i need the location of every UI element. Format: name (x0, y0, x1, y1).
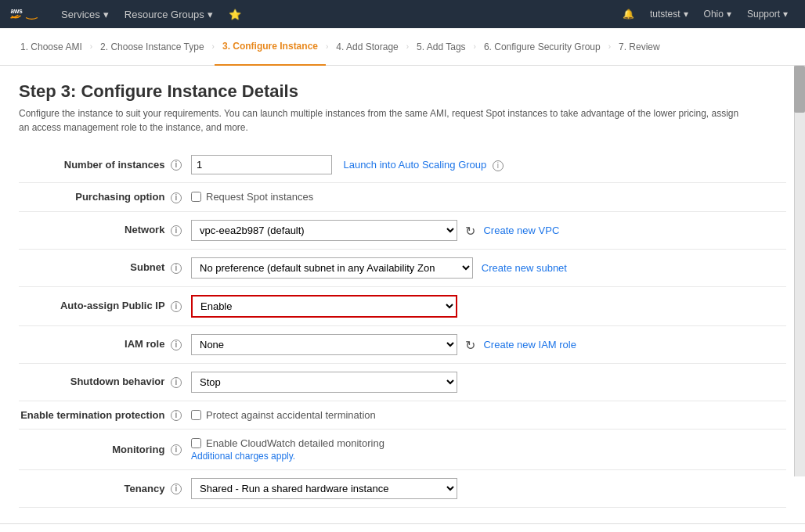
iam-role-label: IAM role (125, 338, 164, 350)
monitoring-info-icon[interactable]: i (171, 444, 182, 455)
subnet-info-icon[interactable]: i (171, 263, 182, 274)
network-info-icon[interactable]: i (171, 225, 182, 236)
create-new-subnet-link[interactable]: Create new subnet (482, 262, 567, 274)
config-form: Number of instances i Launch into Auto S… (19, 147, 786, 508)
row-shutdown-behavior: Shutdown behavior i Stop (19, 363, 786, 401)
subnet-label: Subnet (130, 261, 164, 273)
network-label: Network (125, 224, 164, 235)
step-4-add-storage[interactable]: 4. Add Storage (328, 41, 406, 52)
monitoring-label: Monitoring (112, 444, 164, 455)
iam-role-info-icon[interactable]: i (171, 340, 182, 350)
step-1-choose-ami[interactable]: 1. Choose AMI (13, 41, 90, 52)
network-select[interactable]: vpc-eea2b987 (default) (191, 220, 457, 241)
tenancy-label: Tenancy (125, 483, 165, 494)
notifications-icon[interactable]: 🔔 (615, 0, 642, 28)
resource-groups-menu[interactable]: Resource Groups ▾ (117, 0, 221, 28)
number-of-instances-input[interactable] (191, 155, 332, 174)
services-menu[interactable]: Services ▾ (53, 0, 117, 28)
create-new-vpc-link[interactable]: Create new VPC (483, 225, 559, 236)
svg-text:aws: aws (10, 8, 23, 15)
row-tenancy: Tenancy i Shared - Run a shared hardware… (19, 470, 786, 508)
row-monitoring: Monitoring i Enable CloudWatch detailed … (19, 430, 786, 470)
network-refresh-icon[interactable]: ↻ (465, 224, 475, 239)
termination-protection-checkbox-label: Protect against accidental termination (206, 409, 376, 421)
termination-info-icon[interactable]: i (171, 410, 182, 421)
top-navigation: aws Services ▾ Resource Groups ▾ ⭐ 🔔 tut… (0, 0, 805, 28)
step-3-configure-instance[interactable]: 3. Configure Instance (215, 28, 326, 66)
shutdown-info-icon[interactable]: i (171, 377, 182, 388)
step-5-add-tags[interactable]: 5. Add Tags (409, 41, 474, 52)
shutdown-label: Shutdown behavior (70, 376, 165, 387)
step-6-configure-security-group[interactable]: 6. Configure Security Group (476, 41, 608, 52)
row-auto-assign-ip: Auto-assign Public IP i Enable (19, 286, 786, 325)
support-menu[interactable]: Support ▾ (739, 0, 796, 28)
bottom-action-bar: Cancel Previous ➔ Review and Launch Next… (0, 523, 805, 532)
iam-role-select[interactable]: None (191, 334, 457, 355)
iam-role-refresh-icon[interactable]: ↻ (465, 338, 475, 353)
auto-scaling-info-icon[interactable]: i (493, 160, 504, 171)
tenancy-select[interactable]: Shared - Run a shared hardware instance (191, 478, 457, 499)
row-iam-role: IAM role i None ↻ Create new IAM role (19, 325, 786, 363)
row-number-of-instances: Number of instances i Launch into Auto S… (19, 147, 786, 183)
user-menu[interactable]: tutstest ▾ (642, 0, 696, 28)
main-content: Step 3: Configure Instance Details Confi… (0, 66, 805, 523)
launch-auto-scaling-link[interactable]: Launch into Auto Scaling Group (343, 159, 486, 171)
page-title: Step 3: Configure Instance Details (19, 81, 786, 102)
monitoring-checkbox[interactable] (191, 438, 201, 448)
scrollbar[interactable] (794, 66, 805, 476)
auto-assign-ip-info-icon[interactable]: i (171, 301, 182, 312)
row-purchasing-option: Purchasing option i Request Spot instanc… (19, 183, 786, 212)
row-termination-protection: Enable termination protection i Protect … (19, 401, 786, 430)
region-menu[interactable]: Ohio ▾ (696, 0, 739, 28)
purchasing-option-label: Purchasing option (75, 191, 164, 203)
row-network: Network i vpc-eea2b987 (default) ↻ Creat… (19, 211, 786, 249)
row-subnet: Subnet i No preference (default subnet i… (19, 249, 786, 286)
create-new-iam-link[interactable]: Create new IAM role (483, 339, 576, 350)
termination-protection-checkbox[interactable] (191, 410, 201, 420)
subnet-select[interactable]: No preference (default subnet in any Ava… (191, 257, 473, 279)
bookmark-icon[interactable]: ⭐ (221, 0, 249, 28)
request-spot-checkbox[interactable] (191, 192, 201, 202)
purchasing-option-info-icon[interactable]: i (171, 192, 182, 203)
number-of-instances-info-icon[interactable]: i (171, 160, 182, 171)
step-2-choose-instance-type[interactable]: 2. Choose Instance Type (92, 41, 212, 52)
wizard-steps: 1. Choose AMI › 2. Choose Instance Type … (0, 28, 805, 66)
auto-assign-ip-label: Auto-assign Public IP (60, 300, 164, 311)
additional-charges-link[interactable]: Additional charges apply. (191, 451, 786, 462)
request-spot-label: Request Spot instances (206, 191, 313, 203)
step-7-review[interactable]: 7. Review (611, 41, 668, 52)
shutdown-select[interactable]: Stop (191, 372, 457, 393)
auto-assign-ip-select[interactable]: Enable (191, 295, 457, 318)
termination-protection-label: Enable termination protection (20, 409, 164, 421)
monitoring-checkbox-label: Enable CloudWatch detailed monitoring (206, 437, 384, 449)
number-of-instances-label: Number of instances (64, 159, 165, 171)
tenancy-info-icon[interactable]: i (171, 483, 182, 494)
page-description: Configure the instance to suit your requ… (19, 106, 739, 135)
aws-logo[interactable]: aws (9, 5, 39, 23)
